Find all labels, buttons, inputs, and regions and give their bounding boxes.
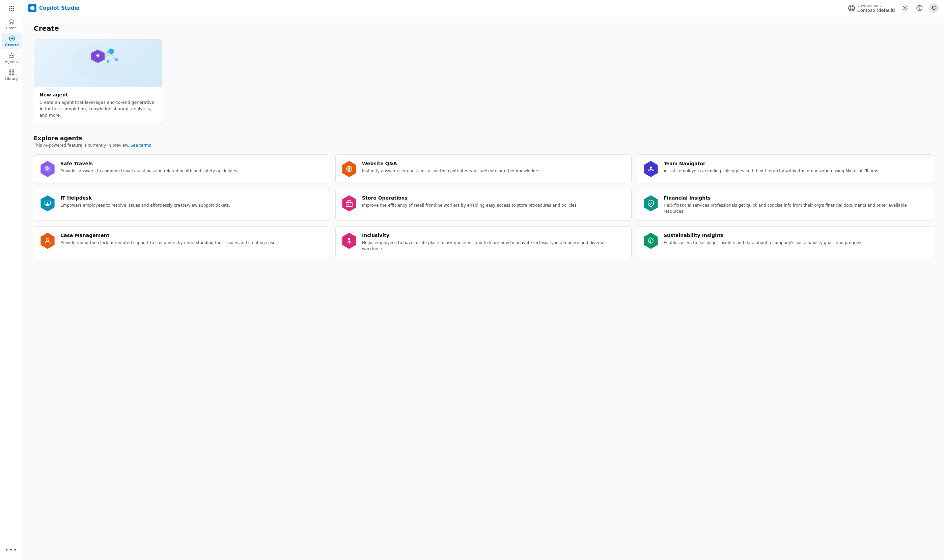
svg-point-27 — [109, 49, 114, 54]
sidebar-item-create[interactable]: Create — [2, 33, 22, 49]
it-helpdesk-name: IT Helpdesk — [60, 195, 324, 201]
svg-rect-13 — [9, 70, 11, 71]
store-operations-description: Improve the efficiency of retail frontli… — [362, 202, 626, 208]
svg-point-21 — [904, 7, 906, 9]
svg-rect-14 — [12, 70, 14, 71]
top-bar: Copilot Studio Environment Contoso (defa… — [23, 0, 944, 16]
top-bar-actions: Environment Contoso (default) C — [848, 3, 939, 13]
sidebar-library-label: Library — [5, 77, 17, 81]
sidebar-item-home[interactable]: Home — [2, 16, 21, 32]
financial-insights-info: Financial InsightsHelp financial service… — [664, 195, 927, 214]
case-management-name: Case Management — [60, 232, 324, 238]
it-helpdesk-description: Empowers employees to resolve issues and… — [60, 202, 324, 208]
app-logo: Copilot Studio — [28, 4, 80, 12]
sidebar: Home Create Agents — [0, 0, 23, 560]
svg-point-11 — [10, 55, 11, 56]
svg-rect-7 — [11, 10, 12, 11]
sustainability-insights-info: Sustainability InsightsEnables users to … — [664, 232, 927, 246]
safe-travels-name: Safe Travels — [60, 161, 324, 166]
new-agent-illustration — [34, 40, 162, 87]
environment-name: Contoso (default) — [857, 8, 895, 13]
main-content: Create — [23, 16, 944, 560]
website-qa-icon — [341, 161, 357, 177]
sidebar-home-label: Home — [6, 26, 17, 30]
agent-card-it-helpdesk[interactable]: IT HelpdeskEmpowers employees to resolve… — [34, 189, 330, 221]
sustainability-insights-description: Enables users to easily get insights and… — [664, 240, 927, 246]
environment-label: Environment — [857, 3, 895, 8]
team-navigator-info: Team NavigatorAssists employees in findi… — [664, 161, 927, 174]
explore-subtitle: This AI-powered feature is currently in … — [34, 143, 933, 148]
page-title: Create — [34, 24, 933, 32]
svg-rect-6 — [9, 10, 11, 11]
agent-card-website-qa[interactable]: Website Q&AInstantly answer user questio… — [335, 154, 632, 183]
team-navigator-description: Assists employees in finding colleagues … — [664, 168, 927, 174]
sidebar-create-label: Create — [5, 43, 19, 47]
new-agent-description: Create an agent that leverages end-to-en… — [40, 100, 156, 118]
agents-grid: Safe TravelsProvides answers to common t… — [34, 154, 933, 258]
svg-rect-8 — [13, 10, 14, 11]
svg-point-29 — [106, 60, 109, 63]
team-navigator-name: Team Navigator — [664, 161, 927, 166]
new-agent-card[interactable]: New agent Create an agent that leverages… — [34, 39, 162, 124]
agent-card-sustainability-insights[interactable]: Sustainability InsightsEnables users to … — [637, 226, 933, 258]
see-terms-link[interactable]: See terms — [131, 143, 151, 148]
website-qa-name: Website Q&A — [362, 161, 626, 166]
svg-point-37 — [650, 166, 652, 169]
it-helpdesk-icon — [40, 195, 56, 211]
svg-rect-1 — [11, 6, 12, 8]
case-management-description: Provide round-the-clock automated suppor… — [60, 240, 324, 246]
svg-point-43 — [46, 238, 49, 241]
svg-rect-3 — [9, 8, 11, 9]
svg-rect-4 — [11, 8, 12, 9]
svg-point-42 — [347, 204, 349, 205]
financial-insights-description: Help financial services professionals ge… — [664, 202, 927, 214]
case-management-info: Case ManagementProvide round-the-clock a… — [60, 232, 324, 246]
inclusivity-name: Inclusivity — [362, 232, 626, 238]
environment-icon — [848, 5, 855, 12]
sidebar-item-agents[interactable]: Agents — [2, 50, 21, 66]
financial-insights-name: Financial Insights — [664, 195, 927, 201]
store-operations-icon — [341, 195, 357, 211]
app-name: Copilot Studio — [39, 5, 80, 11]
sidebar-item-library[interactable]: Library — [2, 67, 21, 83]
agent-card-safe-travels[interactable]: Safe TravelsProvides answers to common t… — [34, 154, 330, 183]
svg-rect-10 — [9, 54, 14, 57]
svg-rect-2 — [13, 6, 14, 8]
svg-point-28 — [115, 58, 118, 62]
agent-card-team-navigator[interactable]: Team NavigatorAssists employees in findi… — [637, 154, 933, 183]
svg-rect-0 — [9, 6, 11, 8]
agent-card-case-management[interactable]: Case ManagementProvide round-the-clock a… — [34, 226, 330, 258]
explore-title: Explore agents — [34, 135, 933, 142]
agent-card-store-operations[interactable]: Store OperationsImprove the efficiency o… — [335, 189, 632, 221]
svg-rect-5 — [13, 8, 14, 9]
svg-point-23 — [919, 9, 920, 10]
main-area: Copilot Studio Environment Contoso (defa… — [23, 0, 944, 560]
inclusivity-description: Helps employees to have a safe place to … — [362, 240, 626, 252]
team-navigator-icon — [643, 161, 659, 177]
safe-travels-icon — [40, 161, 56, 177]
svg-point-18 — [31, 7, 33, 9]
app-grid-icon[interactable] — [6, 3, 17, 15]
new-agent-card-body: New agent Create an agent that leverages… — [34, 87, 162, 124]
sustainability-insights-icon — [643, 232, 659, 249]
new-agent-title: New agent — [40, 92, 156, 97]
svg-rect-15 — [9, 73, 11, 74]
website-qa-description: Instantly answer user questions using th… — [362, 168, 626, 174]
case-management-icon — [40, 232, 56, 249]
agent-card-financial-insights[interactable]: Financial InsightsHelp financial service… — [637, 189, 933, 221]
svg-point-33 — [107, 51, 109, 53]
sustainability-insights-name: Sustainability Insights — [664, 232, 927, 238]
more-options[interactable]: ••• — [5, 542, 18, 557]
svg-rect-16 — [12, 73, 14, 74]
help-button[interactable] — [915, 4, 924, 12]
safe-travels-info: Safe TravelsProvides answers to common t… — [60, 161, 324, 174]
account-button[interactable]: C — [929, 3, 939, 13]
svg-point-12 — [12, 55, 13, 56]
website-qa-info: Website Q&AInstantly answer user questio… — [362, 161, 626, 174]
financial-insights-icon — [643, 195, 659, 211]
settings-button[interactable] — [901, 4, 910, 12]
inclusivity-icon — [341, 232, 357, 249]
agent-card-inclusivity[interactable]: InclusivityHelps employees to have a saf… — [335, 226, 632, 258]
it-helpdesk-info: IT HelpdeskEmpowers employees to resolve… — [60, 195, 324, 208]
safe-travels-description: Provides answers to common travel questi… — [60, 168, 324, 174]
